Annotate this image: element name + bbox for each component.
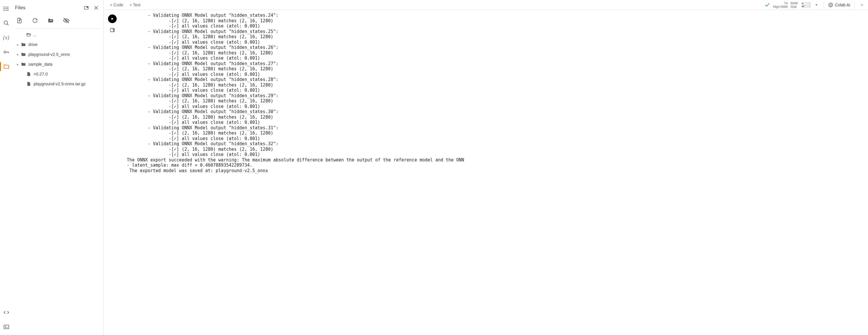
svg-rect-18 bbox=[87, 6, 88, 8]
output-text: - Validating ONNX Model output "hidden_s… bbox=[127, 13, 868, 173]
files-title: Files bbox=[15, 5, 80, 11]
mount-drive-icon[interactable] bbox=[47, 17, 55, 24]
add-code-button[interactable]: + Code bbox=[108, 1, 125, 8]
key-icon[interactable] bbox=[3, 48, 10, 56]
file-item[interactable]: =0.27.0 bbox=[15, 69, 101, 79]
left-icon-rail: {x} bbox=[0, 0, 13, 335]
runtime-type: T4 bbox=[784, 1, 788, 5]
file-tree: ..▸drive▸playground-v2.5_onnx▸sample_dat… bbox=[13, 29, 103, 91]
svg-point-6 bbox=[3, 7, 4, 7]
files-header: Files bbox=[13, 0, 103, 15]
tree-item-label: =0.27.0 bbox=[34, 72, 100, 76]
ram-bar bbox=[802, 3, 810, 4]
visibility-off-icon[interactable] bbox=[63, 17, 70, 24]
disk-label: Disk bbox=[791, 5, 797, 8]
svg-marker-29 bbox=[112, 18, 114, 20]
upload-file-icon[interactable] bbox=[16, 17, 23, 24]
files-panel: Files ..▸drive▸playground-v2.5_onnx▸samp… bbox=[13, 0, 104, 335]
svg-point-8 bbox=[3, 10, 4, 11]
notebook-content: - Validating ONNX Model output "hidden_s… bbox=[104, 10, 868, 335]
expand-arrow-icon[interactable]: ▸ bbox=[15, 53, 20, 56]
runtime-ram-mode: High-RAM bbox=[773, 5, 788, 8]
tree-item-label: playground-v2.5_onnx bbox=[28, 52, 100, 57]
svg-rect-15 bbox=[4, 325, 9, 329]
toc-icon[interactable] bbox=[3, 5, 10, 12]
expand-arrow-icon[interactable]: ▸ bbox=[15, 63, 20, 66]
folder-icon bbox=[20, 62, 27, 67]
search-icon[interactable] bbox=[3, 20, 10, 27]
svg-point-7 bbox=[3, 8, 4, 9]
folder-item[interactable]: .. bbox=[15, 30, 101, 40]
collapse-icon[interactable] bbox=[859, 2, 865, 8]
code-icon[interactable] bbox=[3, 309, 10, 316]
cell-output[interactable]: - Validating ONNX Model output "hidden_s… bbox=[121, 10, 868, 335]
terminal-icon[interactable] bbox=[3, 324, 10, 330]
open-in-new-icon[interactable] bbox=[83, 4, 90, 11]
folder-icon bbox=[20, 52, 27, 57]
folder-icon[interactable] bbox=[3, 63, 10, 70]
expand-arrow-icon[interactable]: ▸ bbox=[15, 43, 20, 46]
top-toolbar: + Code + Text T4 High-RAM RAM Disk bbox=[104, 0, 868, 10]
svg-point-26 bbox=[829, 3, 833, 7]
tree-item-label: drive bbox=[28, 42, 100, 47]
runtime-dropdown-icon[interactable] bbox=[813, 2, 820, 8]
disk-bar bbox=[802, 5, 810, 7]
run-cell-button[interactable] bbox=[108, 14, 117, 23]
tree-item-label: .. bbox=[34, 32, 100, 37]
svg-point-9 bbox=[4, 21, 7, 24]
folder-item[interactable]: ▸drive bbox=[15, 40, 101, 49]
svg-point-28 bbox=[831, 4, 832, 5]
folder-open-icon bbox=[26, 32, 32, 37]
clear-output-icon[interactable] bbox=[109, 27, 116, 34]
refresh-icon[interactable] bbox=[31, 17, 39, 24]
folder-icon bbox=[20, 42, 27, 47]
tree-item-label: sample_data bbox=[28, 62, 100, 67]
folder-item[interactable]: ▸sample_data bbox=[15, 59, 101, 69]
svg-point-11 bbox=[4, 51, 6, 53]
runtime-status[interactable]: T4 High-RAM RAM Disk bbox=[764, 1, 820, 8]
tree-item-label: playground-v2.5-onnx.tar.gz bbox=[34, 81, 100, 86]
files-toolbar bbox=[13, 15, 103, 28]
file-icon bbox=[26, 71, 32, 77]
check-icon bbox=[764, 2, 770, 8]
main-area: + Code + Text T4 High-RAM RAM Disk bbox=[104, 0, 868, 335]
folder-item[interactable]: ▸playground-v2.5_onnx bbox=[15, 49, 101, 59]
svg-line-10 bbox=[7, 24, 8, 26]
file-item[interactable]: playground-v2.5-onnx.tar.gz bbox=[15, 79, 101, 89]
svg-marker-25 bbox=[815, 4, 817, 5]
file-icon bbox=[26, 81, 32, 87]
add-text-button[interactable]: + Text bbox=[128, 1, 143, 8]
ram-label: RAM bbox=[791, 1, 798, 5]
variables-icon[interactable]: {x} bbox=[3, 34, 10, 41]
close-icon[interactable] bbox=[92, 4, 100, 11]
svg-point-27 bbox=[830, 4, 830, 5]
cell-gutter bbox=[104, 10, 121, 335]
colab-ai-button[interactable]: Colab AI bbox=[828, 2, 850, 7]
